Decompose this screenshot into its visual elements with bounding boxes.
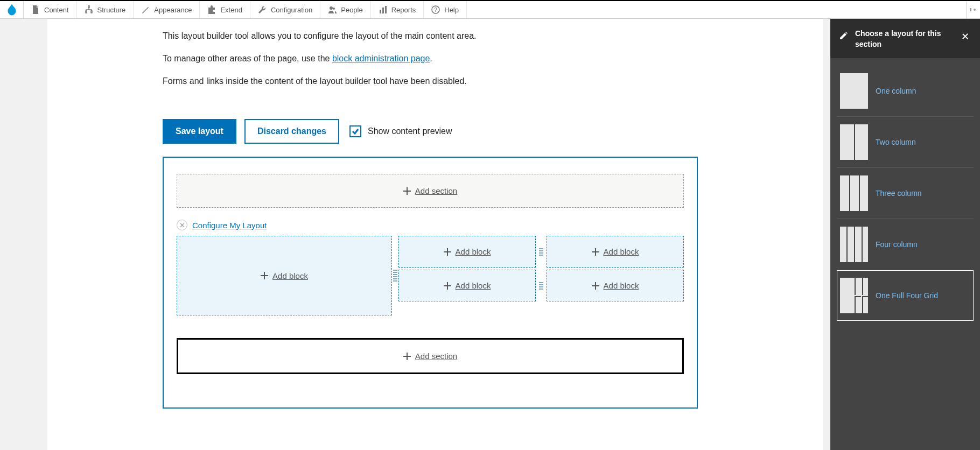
- pencil-icon: [839, 31, 849, 40]
- configure-section-link[interactable]: Configure My Layout: [192, 221, 267, 230]
- drag-handle-vertical[interactable]: [538, 236, 544, 268]
- layout-canvas: Add section ✕ Configure My Layout Add bl…: [163, 157, 698, 409]
- toolbar-extend[interactable]: Extend: [200, 1, 250, 18]
- drag-handle-vertical[interactable]: [392, 236, 398, 315]
- layout-section: Add block Add block: [177, 236, 684, 315]
- layout-option-one-column[interactable]: One column: [837, 66, 974, 117]
- show-preview-label: Show content preview: [368, 126, 452, 136]
- layout-option-one-full-four-grid[interactable]: One Full Four Grid: [837, 270, 974, 321]
- toolbar-content[interactable]: Content: [24, 1, 77, 18]
- add-section-top[interactable]: Add section: [177, 174, 684, 208]
- people-icon: [328, 5, 337, 14]
- svg-point-0: [330, 6, 333, 10]
- offcanvas-close-button[interactable]: ✕: [959, 29, 971, 45]
- plus-icon: [261, 272, 268, 279]
- drag-handle-vertical[interactable]: [538, 270, 544, 301]
- toolbar-configuration[interactable]: Configuration: [250, 1, 320, 18]
- intro-text: This layout builder tool allows you to c…: [163, 30, 698, 88]
- chart-icon: [379, 5, 387, 14]
- toolbar-reports[interactable]: Reports: [371, 1, 424, 18]
- paintbrush-icon: [141, 5, 150, 14]
- svg-rect-3: [385, 6, 387, 13]
- offcanvas-title: Choose a layout for this section: [855, 29, 953, 50]
- puzzle-icon: [207, 5, 216, 14]
- region-bottom-left[interactable]: Add block: [398, 270, 536, 301]
- add-section-bottom[interactable]: Add section: [177, 338, 684, 374]
- toolbar-structure[interactable]: Structure: [77, 1, 134, 18]
- remove-section-button[interactable]: ✕: [177, 220, 187, 230]
- layout-option-four-column[interactable]: Four column: [837, 219, 974, 270]
- save-layout-button[interactable]: Save layout: [163, 119, 236, 144]
- svg-text:?: ?: [434, 7, 437, 13]
- layout-option-three-column[interactable]: Three column: [837, 168, 974, 219]
- region-bottom-right[interactable]: Add block: [547, 270, 684, 301]
- show-preview-checkbox[interactable]: [349, 125, 361, 137]
- block-admin-link[interactable]: block administration page: [332, 54, 430, 63]
- wrench-icon: [258, 5, 267, 14]
- toolbar-help[interactable]: ? Help: [424, 1, 467, 18]
- hierarchy-icon: [85, 5, 93, 14]
- plus-icon: [403, 187, 411, 195]
- file-icon: [31, 5, 40, 14]
- plus-icon: [403, 353, 411, 360]
- svg-point-7: [974, 9, 976, 11]
- drupal-logo-icon[interactable]: [0, 1, 24, 18]
- plus-icon: [444, 248, 451, 256]
- region-left[interactable]: Add block: [177, 236, 392, 315]
- toolbar-appearance[interactable]: Appearance: [134, 1, 200, 18]
- region-top-right[interactable]: Add block: [547, 236, 684, 268]
- region-top-left[interactable]: Add block: [398, 236, 536, 268]
- discard-changes-button[interactable]: Discard changes: [244, 119, 339, 144]
- svg-rect-2: [382, 8, 384, 13]
- toolbar-orientation-toggle[interactable]: [966, 1, 980, 18]
- help-icon: ?: [431, 5, 440, 14]
- offcanvas-panel: Choose a layout for this section ✕ One c…: [830, 19, 980, 450]
- admin-toolbar: Content Structure Appearance Extend Conf…: [0, 1, 980, 19]
- plus-icon: [444, 282, 451, 290]
- plus-icon: [592, 248, 599, 256]
- svg-rect-1: [380, 10, 381, 13]
- layout-option-two-column[interactable]: Two column: [837, 117, 974, 168]
- toolbar-people[interactable]: People: [320, 1, 370, 18]
- check-icon: [352, 128, 359, 135]
- plus-icon: [592, 282, 599, 290]
- svg-rect-6: [970, 8, 971, 11]
